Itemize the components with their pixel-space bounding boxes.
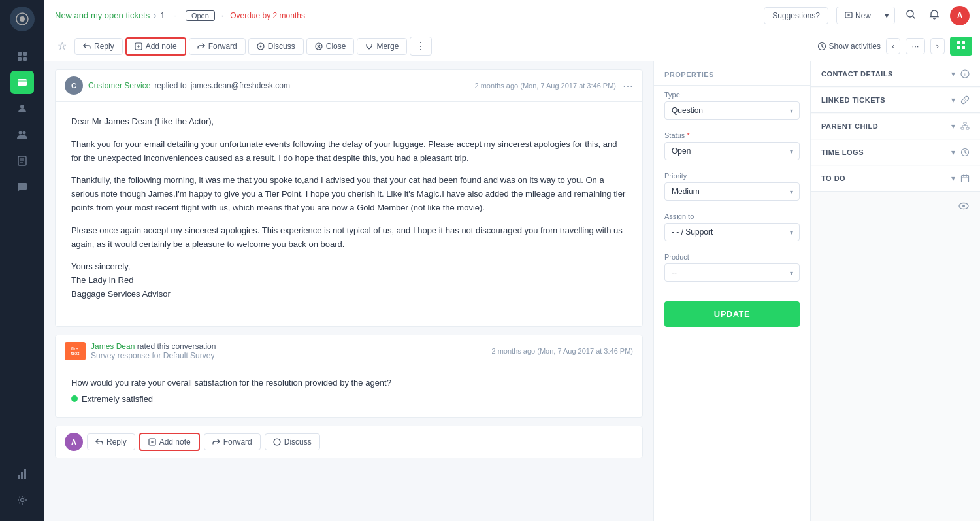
bottom-forward-button[interactable]: Forward (204, 433, 261, 450)
compose-icon (845, 12, 853, 20)
more-nav-button[interactable]: ··· (906, 38, 924, 54)
toolbar-actions: ☆ Reply Add note Forw (52, 37, 432, 56)
reply-button[interactable]: Reply (74, 38, 123, 55)
breadcrumb-number: 1 (161, 11, 165, 20)
nav-item-knowledge[interactable] (10, 149, 34, 173)
svg-rect-6 (18, 79, 27, 86)
email-timestamp: 2 months ago (Mon, 7 Aug 2017 at 3:46 PM… (475, 82, 616, 90)
show-activities-label: Show activities (829, 42, 881, 51)
time-logs-chevron: ▾ (951, 148, 955, 157)
forward-icon (197, 42, 205, 50)
status-select[interactable]: Open Pending Resolved Closed (664, 142, 800, 160)
update-button[interactable]: UPDATE (664, 301, 800, 327)
nav-item-settings[interactable] (10, 488, 34, 512)
contact-details-title: CONTACT DETAILS (821, 70, 893, 78)
reply-label: Reply (94, 42, 114, 51)
email-paragraph-2: Thankfully, the following morning, it wa… (71, 174, 627, 214)
svg-text:i: i (964, 72, 966, 78)
bottom-discuss-button[interactable]: Discuss (265, 433, 320, 450)
to-do-header[interactable]: TO DO ▾ (811, 166, 980, 191)
nav-item-dashboard[interactable] (10, 44, 34, 68)
breadcrumb-link[interactable]: New and my open tickets (55, 10, 150, 20)
priority-select-wrapper: Medium Low High Urgent (664, 182, 800, 201)
discuss-button[interactable]: Discuss (248, 38, 304, 55)
nav-item-tickets[interactable] (10, 71, 34, 94)
main-content: New and my open tickets › 1 · Open · Ove… (44, 0, 980, 521)
status-label: Status * (664, 131, 800, 139)
time-logs-icons: ▾ (951, 148, 970, 157)
bottom-reply-button[interactable]: Reply (87, 433, 135, 450)
contact-details-header[interactable]: CONTACT DETAILS ▾ i (811, 61, 980, 86)
suggestions-button[interactable]: Suggestions? (764, 7, 828, 24)
new-button-group: New ▾ (836, 7, 895, 24)
merge-button[interactable]: Merge (357, 38, 407, 55)
time-logs-header[interactable]: TIME LOGS ▾ (811, 140, 980, 165)
bottom-user-initial: A (71, 438, 76, 446)
ticket-toolbar: ☆ Reply Add note Forw (44, 31, 980, 61)
svg-rect-15 (21, 472, 23, 479)
bottom-reply-label: Reply (106, 437, 127, 446)
header-right: Suggestions? New ▾ (764, 6, 970, 25)
sender-name[interactable]: Customer Service (88, 81, 150, 90)
survey-info: James Dean rated this conversation Surve… (91, 342, 216, 360)
to-do-icons: ▾ (951, 174, 970, 183)
svg-point-17 (21, 499, 24, 502)
user-avatar[interactable]: A (950, 6, 970, 25)
search-button[interactable] (903, 7, 919, 25)
properties-panel: PROPERTIES Type Question Incident Proble… (653, 61, 810, 521)
nav-item-groups[interactable] (10, 123, 34, 146)
info-icon: i (960, 69, 970, 78)
add-note-button[interactable]: Add note (125, 37, 186, 56)
prev-ticket-button[interactable]: ‹ (886, 38, 900, 54)
email-paragraph-3: Please once again accept my sincerest ap… (71, 224, 627, 252)
survey-timestamp: 2 months ago (Mon, 7 Aug 2017 at 3:46 PM… (492, 347, 633, 355)
product-select[interactable]: -- (664, 263, 800, 282)
ticket-view-button[interactable] (950, 37, 972, 56)
type-label: Type (664, 91, 800, 99)
linked-tickets-header[interactable]: LINKED TICKETS ▾ (811, 88, 980, 112)
breadcrumb-sep: › (154, 10, 156, 20)
svg-rect-5 (23, 57, 27, 61)
parent-child-header[interactable]: PARENT CHILD ▾ (811, 114, 980, 139)
forward-button[interactable]: Forward (189, 38, 246, 55)
nav-item-contacts[interactable] (10, 97, 34, 120)
assign-select[interactable]: - - / Support (664, 223, 800, 241)
add-note-label: Add note (146, 42, 177, 51)
merge-label: Merge (376, 42, 399, 51)
watch-icon[interactable] (958, 200, 970, 212)
new-dropdown-button[interactable]: ▾ (879, 7, 894, 24)
bottom-add-note-button[interactable]: Add note (139, 433, 200, 451)
new-button[interactable]: New (837, 8, 879, 24)
grid-icon (956, 41, 966, 50)
type-select[interactable]: Question Incident Problem Feature Reques… (664, 101, 800, 120)
notifications-button[interactable] (926, 7, 942, 25)
contact-details-section: CONTACT DETAILS ▾ i (811, 61, 980, 87)
priority-select[interactable]: Medium Low High Urgent (664, 182, 800, 201)
show-activities-button[interactable]: Show activities (817, 42, 881, 51)
nav-item-reports[interactable] (10, 462, 34, 486)
svg-rect-37 (962, 176, 969, 182)
contact-chevron: ▾ (951, 69, 955, 78)
svg-rect-16 (24, 469, 26, 479)
survey-sender-info: firetext James Dean rated this conversat… (65, 342, 216, 360)
sender-action: replied to (154, 81, 186, 90)
to-do-title: TO DO (821, 175, 845, 182)
satisfied-dot (71, 395, 78, 402)
more-actions-button[interactable]: ⋮ (410, 37, 432, 56)
close-button[interactable]: Close (306, 38, 355, 55)
right-panel: CONTACT DETAILS ▾ i LINKED TICKETS ▾ (810, 61, 980, 521)
product-field: Product -- (654, 248, 810, 288)
next-ticket-button[interactable]: › (930, 38, 945, 54)
star-button[interactable]: ☆ (52, 37, 72, 55)
sender-avatar: C (65, 76, 83, 95)
bottom-note-icon (148, 438, 156, 446)
nav-item-chat[interactable] (10, 175, 34, 199)
product-select-wrapper: -- (664, 263, 800, 282)
survey-sender-name[interactable]: James Dean (91, 342, 135, 351)
parent-child-icons: ▾ (951, 122, 970, 131)
survey-action: rated this conversation (137, 342, 216, 351)
email-more-button[interactable]: ⋯ (623, 80, 633, 92)
new-label: New (855, 11, 871, 20)
svg-rect-34 (961, 127, 964, 129)
parent-child-chevron: ▾ (951, 122, 955, 131)
